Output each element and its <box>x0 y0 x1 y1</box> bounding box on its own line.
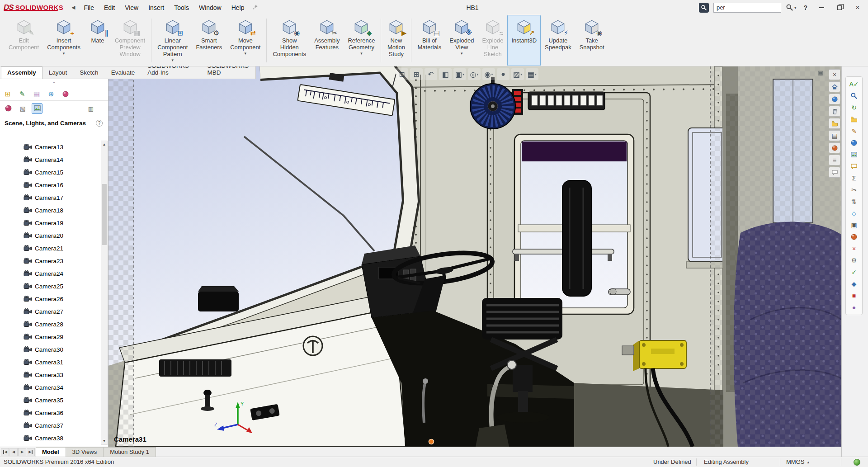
edit-note-icon[interactable]: ✎ <box>847 126 861 137</box>
camera-item[interactable]: Camera20 <box>0 229 100 242</box>
display-style-icon[interactable]: ◎▾ <box>468 68 481 80</box>
camera-item[interactable]: Camera36 <box>0 406 100 419</box>
trim-icon[interactable]: ✂ <box>847 184 861 195</box>
refresh-icon[interactable]: ↻ <box>847 102 861 113</box>
search-input[interactable] <box>713 3 781 13</box>
3d-model-view[interactable]: Y Z <box>108 66 841 447</box>
propertymanager-icon[interactable]: ✎ <box>17 89 27 99</box>
appearances-icon[interactable] <box>3 103 14 114</box>
decals-icon[interactable]: ▧ <box>17 103 28 114</box>
dropdown-caret[interactable]: ▾ <box>520 72 522 76</box>
camera-item[interactable]: Camera23 <box>0 255 100 267</box>
open-folder-icon[interactable] <box>847 114 861 125</box>
dropdown-caret[interactable]: ▾ <box>462 72 464 76</box>
camera-item[interactable]: Camera28 <box>0 318 100 330</box>
camera-item[interactable]: Camera13 <box>0 141 100 153</box>
ribbon-button-assembly-features[interactable]: ✂AssemblyFeatures <box>310 15 344 66</box>
camera-item[interactable]: Camera35 <box>0 394 100 406</box>
appearances-icon[interactable] <box>847 137 861 148</box>
featuremanager-tree-icon[interactable]: ⊞ <box>3 89 13 99</box>
view-orientation-icon[interactable]: ▣▾ <box>453 68 466 80</box>
dropdown-caret[interactable]: ▾ <box>63 51 65 56</box>
edit-appearance-icon[interactable]: ● <box>497 68 509 80</box>
layers-icon[interactable]: ≡ <box>829 155 840 165</box>
world-icon[interactable] <box>829 94 840 104</box>
displaymanager-icon[interactable] <box>61 89 71 99</box>
search-scope-icon[interactable] <box>699 3 709 13</box>
menu-view[interactable]: View <box>120 0 143 15</box>
appearance-icon[interactable] <box>829 142 840 153</box>
folder-icon[interactable] <box>829 118 840 129</box>
dropdown-caret[interactable]: ▾ <box>172 58 174 62</box>
camera-item[interactable]: Camera17 <box>0 191 100 204</box>
menu-edit[interactable]: Edit <box>99 0 120 15</box>
bottom-tab-3d-views[interactable]: 3D Views <box>66 447 104 457</box>
menu-window[interactable]: Window <box>194 0 226 15</box>
last-sheet-button[interactable]: ▶ <box>27 448 35 456</box>
ribbon-button-smart-fasteners[interactable]: ⚙SmartFasteners <box>192 15 226 66</box>
tab-layout[interactable]: Layout <box>42 66 74 79</box>
hide-show-items-icon[interactable]: ◉▾ <box>482 68 495 80</box>
home-icon[interactable] <box>829 81 840 92</box>
camera-item[interactable]: Camera30 <box>0 343 100 356</box>
ribbon-button-bill-of-materials[interactable]: ▤Bill ofMaterials <box>413 15 445 66</box>
units-dropdown[interactable]: MMGS ▴ <box>786 458 809 465</box>
paint-icon[interactable] <box>847 231 861 242</box>
first-sheet-button[interactable]: ◀ <box>1 448 9 456</box>
panel-splitter-handle[interactable]: ⌃ <box>0 79 108 87</box>
next-sheet-button[interactable]: ▶ <box>18 448 26 456</box>
comment-icon[interactable] <box>829 167 840 178</box>
dropdown-caret[interactable]: ▾ <box>245 51 247 56</box>
tab-evaluate[interactable]: Evaluate <box>105 66 142 79</box>
delete-icon[interactable] <box>829 106 840 117</box>
menu-insert[interactable]: Insert <box>143 0 169 15</box>
scrollbar-thumb[interactable] <box>102 184 107 245</box>
dropdown-caret[interactable]: ▾ <box>491 72 493 76</box>
camera-item[interactable]: Camera21 <box>0 242 100 255</box>
menu-tools[interactable]: Tools <box>169 0 194 15</box>
configurationmanager-icon[interactable]: ▦ <box>32 89 42 99</box>
verify-icon[interactable]: ✓ <box>847 267 861 278</box>
scene-icon[interactable] <box>847 149 861 160</box>
delete-icon[interactable]: × <box>847 243 861 254</box>
spell-check-icon[interactable]: A✓ <box>847 79 861 90</box>
camera-item[interactable]: Camera29 <box>0 330 100 343</box>
ribbon-button-insert-components[interactable]: +InsertComponents▾ <box>43 15 85 66</box>
menu-help[interactable]: Help <box>226 0 250 15</box>
menu-collapse-arrow[interactable]: ◀ <box>68 5 79 10</box>
close-button[interactable]: × <box>851 2 864 13</box>
camera-item[interactable]: Camera37 <box>0 419 100 432</box>
status-sphere-icon[interactable] <box>854 459 860 466</box>
previous-view-icon[interactable]: ↶ <box>425 68 437 80</box>
mate-check-icon[interactable]: ◆ <box>847 278 861 289</box>
camera-item[interactable]: Camera25 <box>0 280 100 292</box>
ribbon-button-take-snapshot[interactable]: ◉TakeSnapshot <box>576 15 609 66</box>
search-dropdown-caret[interactable]: ▾ <box>794 5 797 10</box>
camera-item[interactable]: Camera31 <box>0 356 100 368</box>
camera-item[interactable]: Camera26 <box>0 292 100 305</box>
ribbon-button-instant3d[interactable]: ↗Instant3D <box>507 15 541 66</box>
scroll-up-arrow[interactable]: ▲ <box>101 141 107 148</box>
display-pane-toggle-icon[interactable]: ▥ <box>86 104 95 113</box>
comment-icon[interactable] <box>847 161 861 172</box>
zoom-to-area-icon[interactable]: ⊞ <box>410 68 423 80</box>
close-icon[interactable]: × <box>829 69 840 80</box>
help-button[interactable]: ? <box>801 4 810 11</box>
camera-item[interactable]: Camera16 <box>0 179 100 191</box>
dropdown-caret[interactable]: ▾ <box>461 51 463 56</box>
view-settings-icon[interactable]: ▤▾ <box>526 68 538 80</box>
bottom-tab-model[interactable]: Model <box>36 447 66 457</box>
panel-scrollbar[interactable]: ▲ ▼ <box>101 141 108 445</box>
tab-sketch[interactable]: Sketch <box>73 66 104 79</box>
dropdown-caret[interactable]: ▾ <box>476 72 478 76</box>
ribbon-button-new-motion-study[interactable]: ▶NewMotionStudy <box>383 15 409 66</box>
dropdown-caret[interactable]: ▾ <box>360 51 363 56</box>
camera-item[interactable]: Camera24 <box>0 267 100 280</box>
bottom-tab-motion-study-1[interactable]: Motion Study 1 <box>104 447 156 457</box>
restore-button[interactable] <box>833 2 846 13</box>
zoom-fit-icon[interactable]: ⊡ <box>396 68 408 80</box>
ribbon-button-update-speedpak[interactable]: ⚡UpdateSpeedpak <box>541 15 576 66</box>
scroll-down-arrow[interactable]: ▼ <box>101 438 107 444</box>
palette-icon[interactable]: ● <box>847 302 861 313</box>
menu-pin-icon[interactable] <box>252 4 258 11</box>
